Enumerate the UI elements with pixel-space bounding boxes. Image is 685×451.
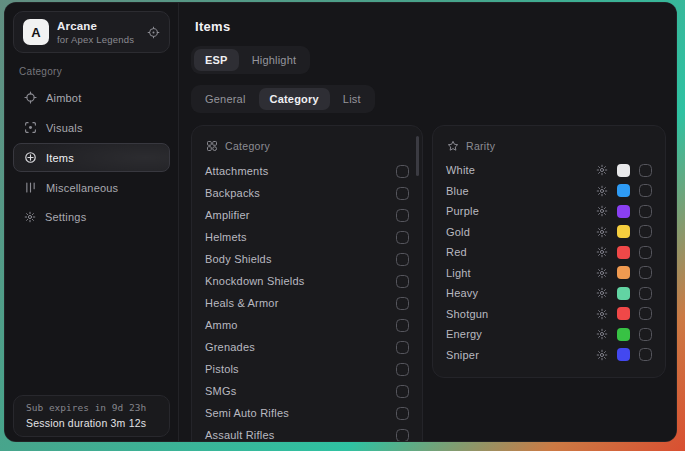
category-row[interactable]: Grenades <box>205 336 409 358</box>
category-checkbox[interactable] <box>396 363 409 376</box>
color-swatch[interactable] <box>617 225 630 238</box>
scan-icon <box>24 121 37 134</box>
gear-icon[interactable] <box>596 205 608 217</box>
rarity-checkbox[interactable] <box>639 164 652 177</box>
rarity-checkbox[interactable] <box>639 307 652 320</box>
rarity-checkbox[interactable] <box>639 225 652 238</box>
gear-icon[interactable] <box>596 308 608 320</box>
color-swatch[interactable] <box>617 266 630 279</box>
category-row[interactable]: Helmets <box>205 226 409 248</box>
rarity-label: Shotgun <box>446 308 488 320</box>
mode-tab[interactable]: ESP <box>194 49 239 71</box>
rarity-row[interactable]: Gold <box>446 222 652 243</box>
gear-icon[interactable] <box>596 287 608 299</box>
mode-tab[interactable]: Highlight <box>241 49 308 71</box>
view-tab[interactable]: Category <box>259 88 330 110</box>
category-checkbox[interactable] <box>396 231 409 244</box>
category-checkbox[interactable] <box>396 407 409 420</box>
rarity-row[interactable]: Red <box>446 242 652 263</box>
category-checkbox[interactable] <box>396 297 409 310</box>
rarity-panel-header: Rarity <box>446 134 652 160</box>
rarity-checkbox[interactable] <box>639 287 652 300</box>
rarity-controls <box>596 205 652 218</box>
category-row[interactable]: Attachments <box>205 160 409 182</box>
category-panel-header: Category <box>205 134 409 160</box>
category-checkbox[interactable] <box>396 253 409 266</box>
grid-icon <box>206 140 218 152</box>
subscription-status-card: Sub expires in 9d 23h Session duration 3… <box>13 395 170 437</box>
rarity-row[interactable]: Energy <box>446 324 652 345</box>
category-checkbox[interactable] <box>396 275 409 288</box>
category-checkbox[interactable] <box>396 187 409 200</box>
main-content: Items ESP Highlight General Category Lis… <box>179 3 676 441</box>
category-row[interactable]: Knockdown Shields <box>205 270 409 292</box>
sidebar-item[interactable]: Settings <box>13 203 170 231</box>
color-swatch[interactable] <box>617 328 630 341</box>
view-tab[interactable]: List <box>332 88 372 110</box>
color-swatch[interactable] <box>617 164 630 177</box>
gear-icon[interactable] <box>596 164 608 176</box>
rarity-checkbox[interactable] <box>639 348 652 361</box>
category-row[interactable]: Amplifier <box>205 204 409 226</box>
category-checkbox[interactable] <box>396 319 409 332</box>
category-row[interactable]: Backpacks <box>205 182 409 204</box>
category-panel-title: Category <box>225 140 270 152</box>
rarity-checkbox[interactable] <box>639 328 652 341</box>
color-swatch[interactable] <box>617 287 630 300</box>
rarity-row[interactable]: Shotgun <box>446 304 652 325</box>
color-swatch[interactable] <box>617 348 630 361</box>
category-checkbox[interactable] <box>396 341 409 354</box>
color-swatch[interactable] <box>617 205 630 218</box>
category-row[interactable]: Pistols <box>205 358 409 380</box>
category-row[interactable]: Body Shields <box>205 248 409 270</box>
color-swatch[interactable] <box>617 184 630 197</box>
category-label: Semi Auto Rifles <box>205 407 289 419</box>
rarity-row[interactable]: Heavy <box>446 283 652 304</box>
sidebar-item[interactable]: Miscellaneous <box>13 173 170 202</box>
color-swatch[interactable] <box>617 246 630 259</box>
mode-tab-row: ESP Highlight <box>191 46 666 74</box>
rarity-row[interactable]: Sniper <box>446 345 652 366</box>
category-checkbox[interactable] <box>396 429 409 442</box>
gear-icon[interactable] <box>596 328 608 340</box>
category-row[interactable]: Heals & Armor <box>205 292 409 314</box>
category-checkbox[interactable] <box>396 165 409 178</box>
rarity-row[interactable]: White <box>446 160 652 181</box>
rarity-row[interactable]: Blue <box>446 181 652 202</box>
category-label: Knockdown Shields <box>205 275 304 287</box>
rarity-list: White Blue <box>446 160 652 365</box>
brand-text: Arcane for Apex Legends <box>57 20 134 45</box>
rarity-checkbox[interactable] <box>639 246 652 259</box>
category-checkbox[interactable] <box>396 209 409 222</box>
sidebar: A Arcane for Apex Legends Category Aimbo… <box>5 3 179 441</box>
category-checkbox[interactable] <box>396 385 409 398</box>
gear-icon[interactable] <box>596 185 608 197</box>
sidebar-nav: Aimbot Visuals Items Miscellaneous <box>5 83 178 231</box>
category-row[interactable]: Semi Auto Rifles <box>205 402 409 424</box>
rarity-row[interactable]: Purple <box>446 201 652 222</box>
target-icon[interactable] <box>147 26 160 39</box>
category-row[interactable]: SMGs <box>205 380 409 402</box>
gear-icon[interactable] <box>596 349 608 361</box>
gear-icon[interactable] <box>596 246 608 258</box>
rarity-row[interactable]: Light <box>446 263 652 284</box>
rarity-checkbox[interactable] <box>639 266 652 279</box>
gear-icon[interactable] <box>596 226 608 238</box>
session-duration-text: Session duration 3m 12s <box>26 416 157 430</box>
rarity-checkbox[interactable] <box>639 184 652 197</box>
rarity-checkbox[interactable] <box>639 205 652 218</box>
category-label: Heals & Armor <box>205 297 279 309</box>
sidebar-item-label: Aimbot <box>46 92 81 104</box>
color-swatch[interactable] <box>617 307 630 320</box>
rarity-controls <box>596 225 652 238</box>
category-row[interactable]: Ammo <box>205 314 409 336</box>
sidebar-item[interactable]: Visuals <box>13 113 170 142</box>
gear-icon[interactable] <box>596 267 608 279</box>
category-label: Body Shields <box>205 253 272 265</box>
view-tab[interactable]: General <box>194 88 257 110</box>
category-row[interactable]: Assault Rifles <box>205 424 409 442</box>
scrollbar-thumb[interactable] <box>416 136 419 176</box>
sidebar-item[interactable]: Aimbot <box>13 83 170 112</box>
sidebar-item[interactable]: Items <box>13 143 170 172</box>
rarity-controls <box>596 328 652 341</box>
